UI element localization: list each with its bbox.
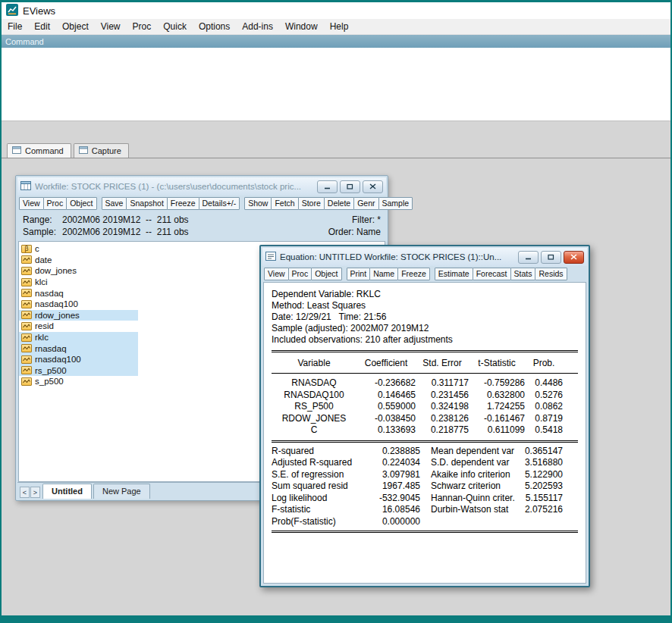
menu-help[interactable]: Help: [324, 20, 355, 33]
coef-cell: 0.133693: [356, 424, 416, 440]
workfile-proc-button[interactable]: Proc: [43, 197, 68, 210]
equation-maximize-button[interactable]: [541, 251, 561, 264]
menu-edit[interactable]: Edit: [28, 20, 56, 33]
object-item-klci[interactable]: klci: [19, 277, 138, 288]
workfile-genr-button[interactable]: Genr: [353, 197, 378, 210]
equation-close-button[interactable]: [564, 251, 584, 264]
equation-title: Equation: UNTITLED Workfile: STOCK PRICE…: [280, 252, 512, 261]
workfile-delete-button[interactable]: Delete: [324, 197, 354, 210]
coef-row: C0.1336930.2187750.6110990.5418: [272, 424, 563, 440]
stat-cell: Adjusted R-squared: [272, 457, 378, 469]
object-label: date: [35, 255, 52, 265]
page-tab-new-page[interactable]: New Page: [93, 484, 150, 499]
workfile-info: Range:2002M06 2019M12 -- 211 obs Filter:…: [17, 211, 386, 241]
coef-cell: 1.724255: [469, 401, 525, 413]
summary-line: Sample (adjusted): 2002M07 2019M12: [272, 323, 578, 334]
workfile-store-button[interactable]: Store: [298, 197, 325, 210]
object-label: s_p500: [35, 377, 64, 386]
command-pane-label: Command: [5, 37, 44, 46]
equation-proc-button[interactable]: Proc: [288, 268, 312, 280]
equation-name-button[interactable]: Name: [369, 268, 398, 280]
equation-estimate-button[interactable]: Estimate: [435, 268, 473, 280]
series-icon: [21, 366, 32, 374]
object-item-rnasdaq[interactable]: rnasdaq: [19, 343, 138, 354]
app-title-bar[interactable]: EViews: [2, 2, 670, 19]
object-item-nasdaq100[interactable]: nasdaq100: [19, 299, 138, 310]
workfile-fetch-button[interactable]: Fetch: [271, 197, 298, 210]
object-item-c[interactable]: βc: [19, 243, 138, 255]
workfile-freeze-button[interactable]: Freeze: [167, 197, 199, 210]
command-input[interactable]: [2, 48, 670, 121]
object-item-rnasdaq100[interactable]: rnasdaq100: [19, 354, 138, 365]
workfile-save-button[interactable]: Save: [102, 197, 127, 210]
page-scroll-right-button[interactable]: >: [30, 487, 40, 498]
series-icon: [21, 344, 32, 352]
equation-object-button[interactable]: Object: [311, 268, 341, 280]
workfile-object-button[interactable]: Object: [66, 197, 96, 210]
workfile-sample: Sample:2002M06 2019M12 -- 211 obs: [23, 226, 189, 238]
workfile-details-button[interactable]: Details+/-: [199, 197, 240, 210]
equation-resids-button[interactable]: Resids: [535, 268, 567, 280]
object-item-rklc[interactable]: rklc: [19, 332, 138, 343]
workfile-snapshot-button[interactable]: Snapshot: [126, 197, 167, 210]
workfile-minimize-button[interactable]: [317, 180, 338, 193]
page-scroll-left-button[interactable]: <: [20, 487, 30, 498]
command-pane-header[interactable]: Command: [2, 35, 670, 48]
workfile-range: Range:2002M06 2019M12 -- 211 obs: [23, 214, 189, 226]
menu-object[interactable]: Object: [56, 20, 95, 33]
equation-output: Dependent Variable: RKLCMethod: Least Sq…: [263, 282, 586, 584]
equation-print-button[interactable]: Print: [347, 268, 371, 280]
workfile-filter: Filter: *: [352, 214, 381, 226]
equation-view-button[interactable]: View: [264, 268, 289, 280]
menu-window[interactable]: Window: [279, 20, 324, 33]
equation-freeze-button[interactable]: Freeze: [397, 268, 430, 280]
stat-cell: Mean dependent var: [420, 443, 520, 458]
menu-view[interactable]: View: [95, 20, 127, 33]
tab-command[interactable]: Command: [7, 143, 71, 158]
object-item-rdow-jones[interactable]: rdow_jones: [19, 310, 138, 321]
equation-summary: Dependent Variable: RKLCMethod: Least Sq…: [272, 289, 578, 346]
coef-column-header: Variable: [272, 352, 356, 373]
stat-cell: S.E. of regression: [272, 469, 378, 481]
workfile-title-bar[interactable]: Workfile: STOCK PRICES (1) - (c:\users\u…: [17, 177, 386, 196]
workfile-show-button[interactable]: Show: [244, 197, 272, 210]
object-label: klci: [35, 277, 48, 286]
object-label: rs_p500: [35, 366, 67, 375]
stat-cell: 16.08546: [378, 504, 420, 516]
object-label: rnasdaq: [35, 344, 67, 353]
equation-minimize-button[interactable]: [518, 251, 539, 264]
equation-forecast-button[interactable]: Forecast: [473, 268, 511, 280]
object-item-s-p500[interactable]: s_p500: [19, 376, 138, 387]
coef-cell: RNASDAQ100: [272, 390, 356, 402]
coef-row: RNASDAQ-0.2366820.311717-0.7592860.4486: [272, 374, 563, 390]
menu-quick[interactable]: Quick: [157, 20, 193, 33]
menu-proc[interactable]: Proc: [127, 20, 158, 33]
menu-add-ins[interactable]: Add-ins: [236, 20, 279, 33]
stat-cell: 0.000000: [378, 516, 420, 531]
menu-options[interactable]: Options: [193, 20, 236, 33]
object-item-resid[interactable]: resid: [19, 321, 138, 332]
page-tab-untitled[interactable]: Untitled: [42, 484, 92, 499]
stats-table: R-squared0.238885Mean dependent var0.365…: [272, 443, 563, 531]
coef-cell: 0.559000: [356, 401, 416, 413]
coef-header-row: VariableCoefficientStd. Errort-Statistic…: [272, 352, 563, 373]
workfile-sample-button[interactable]: Sample: [378, 197, 413, 210]
eviews-app-icon: [6, 4, 18, 18]
tab-capture[interactable]: Capture: [74, 143, 129, 158]
coef-cell: 0.311717: [416, 374, 469, 390]
workfile-view-button[interactable]: View: [19, 197, 44, 210]
workfile-maximize-button[interactable]: [340, 180, 360, 193]
summary-line: Date: 12/29/21 Time: 21:56: [272, 312, 578, 323]
stat-cell: S.D. dependent var: [420, 457, 520, 469]
equation-title-bar[interactable]: Equation: UNTITLED Workfile: STOCK PRICE…: [262, 248, 587, 266]
equation-stats-button[interactable]: Stats: [510, 268, 536, 280]
stat-cell: [420, 516, 520, 531]
series-icon: [21, 377, 32, 386]
object-item-rs-p500[interactable]: rs_p500: [19, 365, 138, 377]
menu-file[interactable]: File: [2, 20, 28, 33]
stat-row: F-statistic16.08546Durbin-Watson stat2.0…: [272, 504, 563, 516]
object-item-nasdaq[interactable]: nasdaq: [19, 287, 138, 299]
object-item-date[interactable]: date: [19, 255, 138, 266]
workfile-close-button[interactable]: [363, 180, 383, 193]
object-item-dow-jones[interactable]: dow_jones: [19, 265, 138, 277]
